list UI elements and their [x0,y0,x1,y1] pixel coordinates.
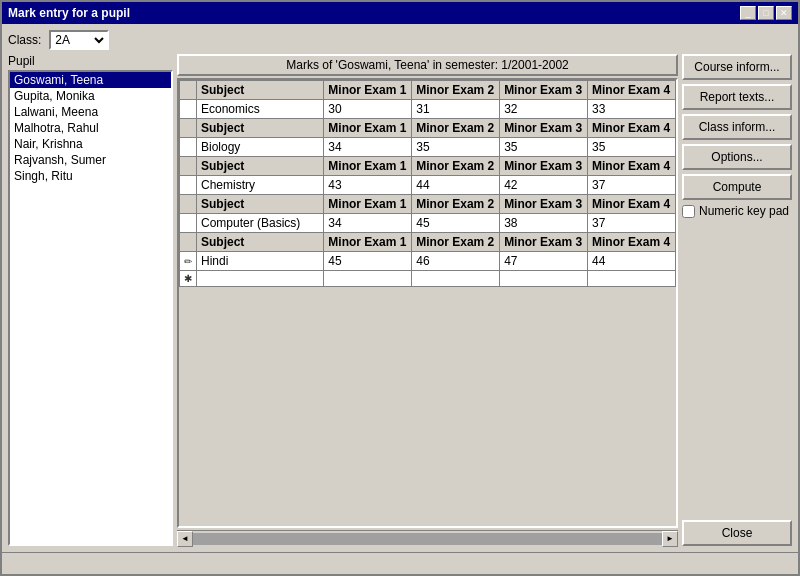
minor2-header-chemistry: Minor Exam 2 [412,157,500,176]
maximize-button[interactable]: □ [758,6,774,20]
title-controls: _ □ ✕ [740,6,792,20]
minor2-header-biology: Minor Exam 2 [412,119,500,138]
pupil-item-lalwani[interactable]: Lalwani, Meena [10,104,171,120]
pupil-item-nair[interactable]: Nair, Krishna [10,136,171,152]
new-row-m4[interactable] [588,271,676,287]
close-button[interactable]: ✕ [776,6,792,20]
marks-table: Subject Minor Exam 1 Minor Exam 2 Minor … [179,80,676,287]
new-row-star: ✱ [180,271,197,287]
table-row-economics: Economics 30 31 32 33 [180,100,676,119]
row-icon-bio [180,138,197,157]
class-label: Class: [8,33,41,47]
options-button[interactable]: Options... [682,144,792,170]
row-icon-hindi-h [180,233,197,252]
numeric-keypad-label: Numeric key pad [699,204,789,218]
bio-minor2[interactable]: 35 [412,138,500,157]
new-row-subject[interactable] [197,271,324,287]
subject-header-biology: Subject [197,119,324,138]
subject-header-hindi: Subject [197,233,324,252]
pupil-label: Pupil [8,54,173,68]
pupil-list[interactable]: Goswami, Teena Gupita, Monika Lalwani, M… [8,70,173,546]
subject-header-economics: Subject [197,81,324,100]
table-row-hindi: ✏ Hindi 45 46 47 44 [180,252,676,271]
row-icon-chem [180,176,197,195]
row-icon-comp-h [180,195,197,214]
eco-minor3[interactable]: 32 [500,100,588,119]
scroll-right-button[interactable]: ► [662,531,678,547]
bio-minor3[interactable]: 35 [500,138,588,157]
class-inform-button[interactable]: Class inform... [682,114,792,140]
minor4-header-hindi: Minor Exam 4 [588,233,676,252]
title-bar: Mark entry for a pupil _ □ ✕ [2,2,798,24]
report-texts-button[interactable]: Report texts... [682,84,792,110]
table-container: Subject Minor Exam 1 Minor Exam 2 Minor … [177,78,678,528]
new-row-m2[interactable] [412,271,500,287]
hindi-minor4[interactable]: 44 [588,252,676,271]
course-inform-button[interactable]: Course inform... [682,54,792,80]
subject-name-computer[interactable]: Computer (Basics) [197,214,324,233]
new-row-m3[interactable] [500,271,588,287]
subject-name-biology[interactable]: Biology [197,138,324,157]
numeric-keypad-row: Numeric key pad [682,204,792,218]
subject-header-computer: Subject [197,195,324,214]
chem-minor4[interactable]: 37 [588,176,676,195]
pupil-item-rajvansh[interactable]: Rajvansh, Sumer [10,152,171,168]
comp-minor4[interactable]: 37 [588,214,676,233]
compute-button[interactable]: Compute [682,174,792,200]
bio-minor4[interactable]: 35 [588,138,676,157]
pupil-item-gupita[interactable]: Gupita, Monika [10,88,171,104]
center-panel: Marks of 'Goswami, Teena' in semester: 1… [177,54,678,546]
chem-minor1[interactable]: 43 [324,176,412,195]
row-icon-chem-h [180,157,197,176]
main-window: Mark entry for a pupil _ □ ✕ Class: 2A P… [0,0,800,576]
table-row-header-biology: Subject Minor Exam 1 Minor Exam 2 Minor … [180,119,676,138]
minor2-header-hindi: Minor Exam 2 [412,233,500,252]
pupil-item-singh[interactable]: Singh, Ritu [10,168,171,184]
minor4-header-chemistry: Minor Exam 4 [588,157,676,176]
numeric-keypad-checkbox[interactable] [682,205,695,218]
new-row-m1[interactable] [324,271,412,287]
hindi-minor1[interactable]: 45 [324,252,412,271]
pupil-item-goswami[interactable]: Goswami, Teena [10,72,171,88]
minimize-button[interactable]: _ [740,6,756,20]
row-icon-bio-h [180,119,197,138]
eco-minor4[interactable]: 33 [588,100,676,119]
scroll-track[interactable] [193,533,662,545]
window-title: Mark entry for a pupil [8,6,130,20]
pupil-item-malhotra[interactable]: Malhotra, Rahul [10,120,171,136]
class-select[interactable]: 2A [49,30,109,50]
close-button[interactable]: Close [682,520,792,546]
eco-minor1[interactable]: 30 [324,100,412,119]
minor2-header-computer: Minor Exam 2 [412,195,500,214]
minor3-header-biology: Minor Exam 3 [500,119,588,138]
comp-minor1[interactable]: 34 [324,214,412,233]
minor3-header-economics: Minor Exam 3 [500,81,588,100]
subject-name-economics[interactable]: Economics [197,100,324,119]
hindi-minor2[interactable]: 46 [412,252,500,271]
status-bar [2,552,798,574]
chem-minor3[interactable]: 42 [500,176,588,195]
main-area: Pupil Goswami, Teena Gupita, Monika Lalw… [8,54,792,546]
table-row-new: ✱ [180,271,676,287]
comp-minor3[interactable]: 38 [500,214,588,233]
hindi-minor3[interactable]: 47 [500,252,588,271]
comp-minor2[interactable]: 45 [412,214,500,233]
minor4-header-computer: Minor Exam 4 [588,195,676,214]
horizontal-scrollbar: ◄ ► [177,530,678,546]
subject-name-hindi[interactable]: Hindi [197,252,324,271]
subject-name-chemistry[interactable]: Chemistry [197,176,324,195]
scroll-left-button[interactable]: ◄ [177,531,193,547]
minor1-header-computer: Minor Exam 1 [324,195,412,214]
row-icon-comp [180,214,197,233]
minor3-header-computer: Minor Exam 3 [500,195,588,214]
table-row-header-chemistry: Subject Minor Exam 1 Minor Exam 2 Minor … [180,157,676,176]
minor3-header-chemistry: Minor Exam 3 [500,157,588,176]
row-icon-hindi: ✏ [180,252,197,271]
minor1-header-economics: Minor Exam 1 [324,81,412,100]
marks-title: Marks of 'Goswami, Teena' in semester: 1… [177,54,678,76]
bio-minor1[interactable]: 34 [324,138,412,157]
chem-minor2[interactable]: 44 [412,176,500,195]
table-row-chemistry: Chemistry 43 44 42 37 [180,176,676,195]
minor1-header-chemistry: Minor Exam 1 [324,157,412,176]
eco-minor2[interactable]: 31 [412,100,500,119]
